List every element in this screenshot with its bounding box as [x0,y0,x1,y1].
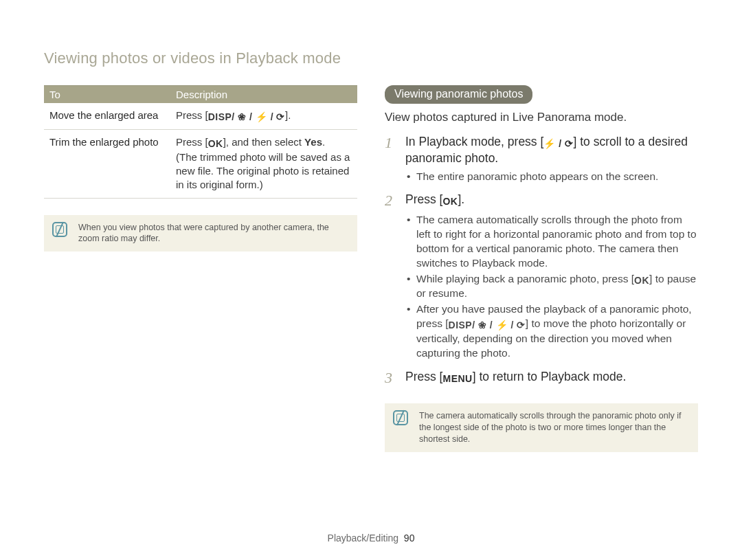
text: Press [ [176,136,208,148]
text: ], and then select [223,136,304,148]
bold-text: Yes [304,136,322,148]
left-column: To Description Move the enlarged area Pr… [44,85,357,452]
ok-icon: OK [208,137,223,150]
table-cell-label: Move the enlarged area [44,103,170,129]
note-icon [393,410,408,425]
bullet-item: While playing back a panoramic photo, pr… [407,272,698,302]
step-number: 1 [385,134,398,167]
text: In Playback mode, press [ [405,135,543,148]
section-heading-pill: Viewing panoramic photos [385,85,532,104]
page-number: 90 [404,533,415,544]
table-row: Move the enlarged area Press [DISP/ ❀ / … [44,103,357,129]
disp-nav-icons: DISP/ ❀ / ⚡ / ⟳ [208,111,285,124]
text: ]. [285,109,291,121]
note-icon [52,222,67,237]
text: While playing back a panoramic photo, pr… [416,273,634,284]
table-header-to: To [44,86,170,104]
table-row: Trim the enlarged photo Press [OK], and … [44,129,357,198]
text: . [322,136,325,148]
actions-table: To Description Move the enlarged area Pr… [44,85,357,199]
page-footer: Playback/Editing 90 [0,533,742,544]
table-cell-label: Trim the enlarged photo [44,129,170,198]
note-box-right: The camera automatically scrolls through… [385,403,698,452]
step-bullets: The entire panoramic photo appears on th… [407,170,698,184]
step-body: Press [OK]. [405,192,464,210]
step: 2 Press [OK]. [385,192,698,210]
bullet-item: After you have paused the playback of a … [407,302,698,361]
right-column: Viewing panoramic photos View photos cap… [385,85,698,452]
text: (The trimmed photo will be saved as a ne… [176,151,350,191]
step-bullets: The camera automatically scrolls through… [407,213,698,361]
note-text: The camera automatically scrolls through… [419,411,681,444]
step-number: 3 [385,369,398,387]
text: ] to return to Playback mode. [473,370,627,383]
note-box-left: When you view photos that were captured … [44,215,357,252]
ok-icon: OK [634,274,649,287]
note-text: When you view photos that were captured … [78,223,329,244]
section-intro: View photos captured in Live Panorama mo… [385,111,698,124]
nav-lr-icons: ⚡ / ⟳ [543,137,573,150]
step-number: 2 [385,192,398,210]
bullet-item: The entire panoramic photo appears on th… [407,170,698,184]
disp-nav-icons: DISP/ ❀ / ⚡ / ⟳ [449,319,526,332]
step-body: In Playback mode, press [⚡ / ⟳] to scrol… [405,134,698,167]
footer-section: Playback/Editing [328,533,399,544]
ok-icon: OK [442,195,458,208]
table-cell-desc: Press [DISP/ ❀ / ⚡ / ⟳]. [170,103,357,129]
step: 1 In Playback mode, press [⚡ / ⟳] to scr… [385,134,698,167]
text: Press [ [176,109,208,121]
text: Press [ [405,370,442,383]
text: ]. [458,192,464,206]
table-cell-desc: Press [OK], and then select Yes. (The tr… [170,129,357,198]
step-body: Press [MENU] to return to Playback mode. [405,369,626,387]
step: 3 Press [MENU] to return to Playback mod… [385,369,698,387]
bullet-item: The camera automatically scrolls through… [407,213,698,271]
text: Press [ [405,192,442,206]
table-header-description: Description [170,86,357,104]
menu-icon: MENU [442,372,472,385]
page-title: Viewing photos or videos in Playback mod… [44,49,698,67]
